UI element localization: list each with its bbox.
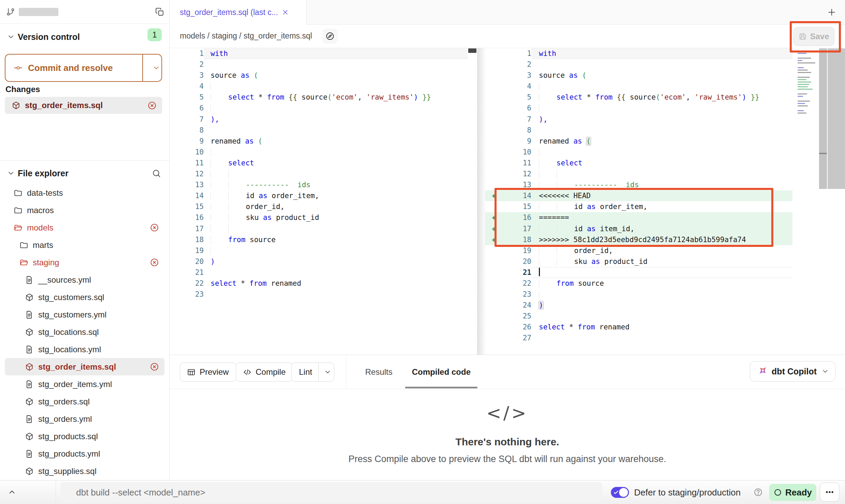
lint-button[interactable]: Lint xyxy=(291,362,334,382)
tab-stg-order-items[interactable]: stg_order_items.sql (last c... xyxy=(170,0,306,25)
code-line-22[interactable]: 22select * from renamed xyxy=(170,278,468,289)
code-line-18[interactable]: +18>>>>>>> 58c1dd23d5eebd9cd2495fa7124ab… xyxy=(485,234,792,245)
code-line-5[interactable]: 5 select * from {{ source('ecom', 'raw_i… xyxy=(170,92,468,103)
code-line-7[interactable]: 7), xyxy=(485,114,792,125)
file-tree-item-data-tests[interactable]: data-tests xyxy=(5,184,164,202)
code-line-13[interactable]: 13 ---------- ids xyxy=(170,179,468,190)
code-line-2[interactable]: 2 xyxy=(170,59,468,70)
code-line-6[interactable]: 6 xyxy=(170,103,468,114)
help-icon[interactable] xyxy=(754,488,763,497)
save-button[interactable]: Save xyxy=(793,27,834,46)
code-line-11[interactable]: 11 select xyxy=(170,158,468,168)
file-tree-item-stg_orders.yml[interactable]: stg_orders.yml xyxy=(5,410,164,428)
status-badge[interactable]: Ready xyxy=(769,484,816,501)
code-line-21[interactable]: 21 xyxy=(485,267,792,278)
more-options-button[interactable] xyxy=(820,483,840,502)
code-line-6[interactable]: 6 xyxy=(485,103,792,114)
chevron-down-icon[interactable] xyxy=(7,33,15,41)
code-line-27[interactable]: 27 xyxy=(485,332,792,343)
code-line-14[interactable]: 14 id as order_item, xyxy=(170,190,468,201)
discard-change-icon[interactable] xyxy=(150,258,159,267)
file-tree-item-marts[interactable]: marts xyxy=(5,236,164,254)
file-tree-item-stg_orders.sql[interactable]: stg_orders.sql xyxy=(5,393,164,410)
code-line-15[interactable]: 15 id as order_item, xyxy=(485,201,792,212)
code-line-17[interactable]: 17 xyxy=(170,223,468,234)
code-line-10[interactable]: 10 xyxy=(485,147,792,158)
discard-change-icon[interactable] xyxy=(150,362,159,371)
commit-options-dropdown[interactable] xyxy=(142,55,161,81)
code-line-23[interactable]: 23 xyxy=(170,289,468,300)
tab-compiled-code[interactable]: Compiled code xyxy=(405,355,477,389)
file-tree-item-macros[interactable]: macros xyxy=(5,202,164,219)
code-line-18[interactable]: 18 from source xyxy=(170,234,468,245)
code-line-17[interactable]: +17 id as item_id, xyxy=(485,223,792,234)
tab-results[interactable]: Results xyxy=(357,355,401,389)
file-tree-item-models[interactable]: models xyxy=(5,219,164,236)
dbt-copilot-button[interactable]: dbt Copilot xyxy=(750,361,835,382)
code-line-16[interactable]: 16 sku as product_id xyxy=(170,212,468,223)
code-line-11[interactable]: 11 select xyxy=(485,158,792,168)
file-tree-item-stg_order_items.yml[interactable]: stg_order_items.yml xyxy=(5,375,164,393)
code-line-20[interactable]: 20 sku as product_id xyxy=(485,256,792,267)
file-tree-item-stg_supplies.sql[interactable]: stg_supplies.sql xyxy=(5,462,164,480)
code-line-22[interactable]: 22 from source xyxy=(485,278,792,289)
editor-pane-right[interactable]: 1with23source as (4 5 select * from {{ s… xyxy=(485,48,792,344)
preview-button[interactable]: Preview xyxy=(180,362,237,382)
defer-toggle[interactable] xyxy=(611,487,629,498)
lint-options-dropdown[interactable] xyxy=(318,363,334,381)
code-line-19[interactable]: 19 order_id, xyxy=(485,245,792,256)
new-tab-plus-icon[interactable] xyxy=(827,7,837,17)
code-line-3[interactable]: 3source as ( xyxy=(485,70,792,81)
code-line-13[interactable]: 13 ---------- ids xyxy=(485,179,792,190)
file-tree-item-stg_products.sql[interactable]: stg_products.sql xyxy=(5,428,164,445)
file-tree-item-stg_customers.sql[interactable]: stg_customers.sql xyxy=(5,288,164,306)
code-line-23[interactable]: 23 xyxy=(485,289,792,300)
file-tree-item-staging[interactable]: staging xyxy=(5,254,164,271)
code-line-12[interactable]: 12 xyxy=(170,168,468,179)
changed-file-row[interactable]: stg_order_items.sql xyxy=(5,97,162,114)
code-line-3[interactable]: 3source as ( xyxy=(170,70,468,81)
file-tree-item-stg_order_items.sql[interactable]: stg_order_items.sql xyxy=(5,358,164,375)
code-line-19[interactable]: 19 xyxy=(170,245,468,256)
code-line-9[interactable]: 9renamed as ( xyxy=(485,136,792,147)
code-line-1[interactable]: 1with xyxy=(485,48,792,59)
search-icon[interactable] xyxy=(152,169,161,178)
file-explorer-header[interactable]: File explorer xyxy=(0,166,169,181)
code-line-4[interactable]: 4 xyxy=(485,81,792,92)
scrollbar-thumb[interactable] xyxy=(468,48,476,53)
discard-change-icon[interactable] xyxy=(150,223,159,232)
file-tree-item-stg_locations.yml[interactable]: stg_locations.yml xyxy=(5,341,164,358)
close-icon[interactable] xyxy=(282,9,289,16)
code-line-16[interactable]: +16======= xyxy=(485,212,792,223)
file-tree-item-stg_customers.yml[interactable]: stg_customers.yml xyxy=(5,306,164,323)
code-line-26[interactable]: 26select * from renamed xyxy=(485,322,792,332)
minimap[interactable] xyxy=(798,53,817,162)
code-line-12[interactable]: 12 xyxy=(485,168,792,179)
code-line-5[interactable]: 5 select * from {{ source('ecom', 'raw_i… xyxy=(485,92,792,103)
window-scrollbar[interactable] xyxy=(828,48,845,189)
chevron-up-icon[interactable] xyxy=(8,488,16,496)
command-input[interactable] xyxy=(60,482,602,503)
file-tree-item-stg_locations.sql[interactable]: stg_locations.sql xyxy=(5,323,164,341)
code-line-4[interactable]: 4 xyxy=(170,81,468,92)
code-line-15[interactable]: 15 order_id, xyxy=(170,201,468,212)
code-line-7[interactable]: 7), xyxy=(170,114,468,125)
code-line-24[interactable]: 24) xyxy=(485,300,792,311)
version-control-header[interactable]: Version control 1 xyxy=(0,29,169,44)
code-line-1[interactable]: 1with xyxy=(170,48,468,59)
code-line-8[interactable]: 8 xyxy=(170,125,468,136)
chevron-down-icon[interactable] xyxy=(7,169,15,177)
code-line-21[interactable]: 21 xyxy=(170,267,468,278)
commit-and-resolve-button[interactable]: Commit and resolve xyxy=(5,54,162,82)
code-line-14[interactable]: +14<<<<<<< HEAD xyxy=(485,190,792,201)
copy-icon[interactable] xyxy=(155,8,164,16)
code-line-25[interactable]: 25 xyxy=(485,311,792,322)
code-line-10[interactable]: 10 xyxy=(170,147,468,158)
code-line-20[interactable]: 20) xyxy=(170,256,468,267)
code-line-9[interactable]: 9renamed as ( xyxy=(170,136,468,147)
file-tree-item-stg_products.yml[interactable]: stg_products.yml xyxy=(5,445,164,462)
code-line-8[interactable]: 8 xyxy=(485,125,792,136)
discard-change-icon[interactable] xyxy=(147,101,157,110)
code-line-2[interactable]: 2 xyxy=(485,59,792,70)
lineage-compass-button[interactable] xyxy=(323,29,338,44)
